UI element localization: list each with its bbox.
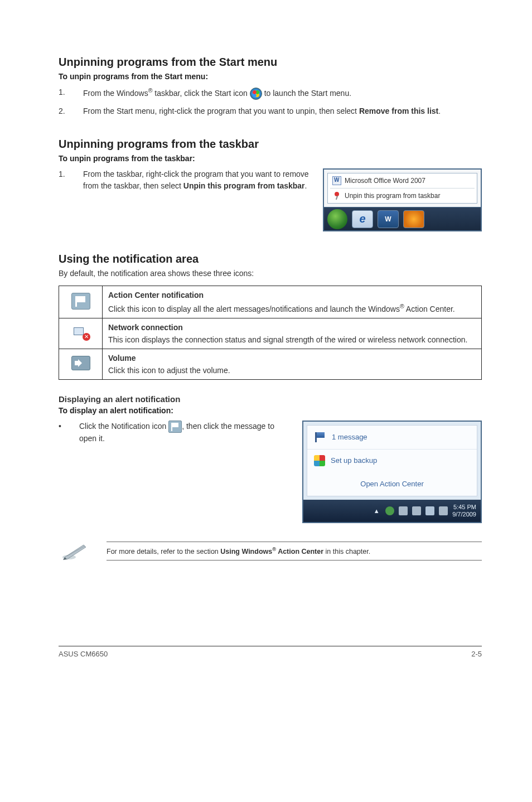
cell-text: Action Center. (404, 305, 455, 313)
taskbar-media-player-icon[interactable] (403, 210, 424, 228)
note-text: For more details, refer to the section U… (107, 542, 482, 561)
word-icon (332, 176, 341, 185)
table-row: Action Center notification Click this ic… (59, 286, 482, 318)
step-number: 1. (59, 86, 83, 100)
step-1: 1. From the taskbar, right-click the pro… (59, 168, 312, 191)
notification-icon-table: Action Center notification Click this ic… (59, 286, 482, 380)
cell-title: Network connection (108, 323, 476, 332)
context-menu-item-word[interactable]: Microsoft Office Word 2007 (328, 173, 477, 188)
popup-backup-label: Set up backup (331, 456, 377, 465)
tray-flag-icon[interactable] (425, 506, 434, 515)
cell-title: Volume (108, 354, 476, 363)
subhead-unpin-taskbar: To unpin programs from the taskbar: (59, 154, 482, 163)
pencil-icon (59, 540, 92, 562)
popup-backup-row[interactable]: Set up backup (307, 450, 477, 472)
note-bold: Action Center (276, 548, 323, 555)
start-button-icon[interactable] (327, 209, 347, 229)
footer-product: ASUS CM6650 (59, 650, 108, 658)
heading-unpin-taskbar: Unpinning programs from the taskbar (59, 138, 482, 151)
step-text: to launch the Start menu. (262, 89, 351, 98)
bullet-dot: • (59, 421, 61, 445)
step-text: taskbar, click the Start icon (152, 89, 249, 98)
action-center-popup-screenshot: 1 message Set up backup Open Action Cent… (302, 421, 482, 523)
page-footer: ASUS CM6650 2-5 (59, 646, 482, 658)
subhead-unpin-start: To unpin programs from the Start menu: (59, 72, 482, 81)
context-menu: Microsoft Office Word 2007 Unpin this pr… (327, 173, 477, 204)
taskbar-ie-icon[interactable] (352, 210, 373, 228)
step-text: . (438, 107, 441, 115)
flag-icon (314, 431, 326, 443)
tray-status-icon[interactable] (385, 506, 394, 515)
taskbar-word-icon[interactable]: W (378, 210, 399, 228)
step-text-bold: Unpin this program from taskbar (183, 181, 305, 190)
start-icon (250, 88, 262, 100)
bullet-item: • Click the Notification icon , then cli… (59, 421, 291, 445)
note-block: For more details, refer to the section U… (59, 540, 482, 562)
tray-misc-icon[interactable] (439, 506, 448, 515)
cell-body: Click this icon to adjust the volume. (108, 366, 476, 375)
shield-icon (314, 455, 325, 466)
action-center-icon (71, 293, 90, 310)
cell-body: Click this icon to display all the alert… (108, 303, 476, 313)
step-text: From the Windows (83, 89, 148, 98)
footer-page-number: 2-5 (471, 650, 482, 658)
heading-alert-notification: Displaying an alert notification (59, 394, 482, 404)
context-menu-label: Unpin this program from taskbar (345, 192, 440, 200)
tray-arrow-icon[interactable]: ▲ (372, 506, 381, 515)
step-text-bold: Remove from this list (359, 107, 438, 115)
step-number: 1. (59, 168, 83, 191)
cell-body: This icon displays the connection status… (108, 335, 476, 344)
section-alert-notification: Displaying an alert notification To disp… (59, 394, 482, 523)
reg-mark: ® (400, 303, 404, 310)
table-row: Network connection This icon displays th… (59, 318, 482, 349)
step-1: 1. From the Windows® taskbar, click the … (59, 86, 482, 100)
note-post: in this chapter. (323, 548, 370, 555)
tray-network-icon[interactable] (399, 506, 408, 515)
unpin-icon (332, 191, 341, 200)
cell-text: Click this icon to display all the alert… (108, 305, 400, 313)
section-notification-area: Using the notification area By default, … (59, 253, 482, 380)
note-pre: For more details, refer to the section (107, 548, 220, 555)
heading-unpin-start: Unpinning programs from the Start menu (59, 56, 482, 69)
popup-message-row[interactable]: 1 message (307, 426, 477, 450)
note-bold: Using Windows (220, 548, 272, 555)
context-menu-screenshot: Microsoft Office Word 2007 Unpin this pr… (323, 168, 482, 231)
step-number: 2. (59, 105, 83, 117)
step-text: From the Start menu, right-click the pro… (83, 107, 359, 115)
notification-flag-icon (168, 421, 182, 433)
bullet-text: Click the Notification icon (79, 422, 168, 431)
network-icon (72, 325, 89, 340)
context-menu-label: Microsoft Office Word 2007 (345, 177, 425, 185)
table-row: Volume Click this icon to adjust the vol… (59, 349, 482, 379)
volume-icon (71, 356, 90, 370)
step-text: . (305, 181, 307, 190)
taskbar: W (324, 207, 481, 230)
popup-message-count: 1 message (332, 433, 367, 441)
cell-title: Action Center notification (108, 291, 476, 299)
step-2: 2. From the Start menu, right-click the … (59, 105, 482, 117)
open-action-center-link[interactable]: Open Action Center (307, 472, 477, 496)
subhead-alert-notification: To display an alert notification: (59, 406, 482, 415)
tray-clock[interactable]: 5:45 PM 9/7/2009 (452, 504, 476, 518)
tray-time: 5:45 PM (452, 504, 476, 511)
heading-notification-area: Using the notification area (59, 253, 482, 265)
section-unpin-start: Unpinning programs from the Start menu T… (59, 56, 482, 117)
svg-line-3 (67, 546, 85, 556)
tray-date: 9/7/2009 (452, 511, 476, 518)
taskbar-tray: ▲ 5:45 PM 9/7/2009 (303, 500, 481, 522)
context-menu-item-unpin[interactable]: Unpin this program from taskbar (328, 189, 477, 203)
tray-volume-icon[interactable] (412, 506, 421, 515)
intro-text: By default, the notification area shows … (59, 269, 482, 278)
section-unpin-taskbar: Unpinning programs from the taskbar To u… (59, 138, 482, 231)
